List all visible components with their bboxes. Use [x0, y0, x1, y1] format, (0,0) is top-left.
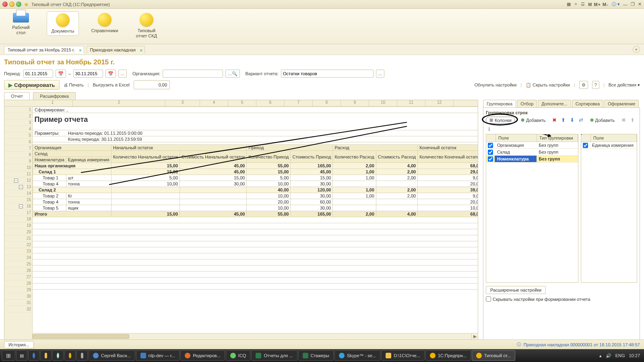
taskbar-item[interactable]: ICQ [226, 350, 251, 361]
variant-input[interactable] [281, 70, 374, 78]
calendar-icon[interactable]: 📅 [105, 70, 116, 78]
chrome-icon[interactable] [52, 350, 64, 361]
system-tray[interactable]: ▴ 🔊 ENG 10:27 [599, 353, 642, 358]
export-link[interactable]: Выгрузить в Excel [93, 82, 130, 87]
columns-button[interactable]: ⊞ Колонки [486, 117, 515, 123]
window-maximize-icon[interactable] [16, 2, 21, 7]
help-icon[interactable]: ? [592, 81, 599, 89]
period-from-input[interactable] [23, 70, 53, 78]
group-cols-table[interactable]: Поле Единица измерения [581, 134, 637, 283]
close-icon[interactable]: × [79, 48, 81, 53]
ribbon-desktop[interactable]: Рабочий стол [5, 11, 37, 37]
hide-settings-link[interactable]: 📋 Скрыть настройки [526, 82, 570, 88]
taskbar-item[interactable]: Сергей Васи... [89, 350, 135, 361]
tray-expand-icon[interactable]: ▴ [599, 353, 602, 358]
favorite-icon[interactable]: ★ [24, 1, 29, 8]
taskbar-item[interactable]: Типовый от... [472, 350, 515, 361]
minimize-icon[interactable]: — [623, 2, 627, 7]
clock[interactable]: 10:27 [629, 353, 640, 358]
language-indicator[interactable]: ENG [615, 353, 625, 358]
explorer-icon[interactable] [40, 350, 52, 361]
run-button[interactable]: ▶Сформировать [4, 80, 60, 90]
onec-icon[interactable] [64, 350, 76, 361]
period-picker-button[interactable]: ... [118, 70, 127, 78]
sheet-tab-detail[interactable]: Расшифровка [33, 92, 76, 100]
all-actions-link[interactable]: Все действия ▾ [609, 82, 640, 88]
app-icon[interactable] [76, 350, 88, 361]
row-checkbox[interactable] [488, 143, 493, 148]
volume-icon[interactable]: 🔊 [606, 353, 611, 358]
taskbar-item[interactable]: Стажеры [298, 350, 334, 361]
print-link[interactable]: 🖨 Печать [64, 82, 84, 87]
add-row-button[interactable]: ⊕ Добавить [518, 117, 549, 123]
settings-icon[interactable]: ⚙ [579, 81, 588, 89]
org-picker-button[interactable]: ...🔍 [225, 70, 239, 78]
period-to-input[interactable] [73, 70, 103, 78]
delete-icon[interactable]: ✖ [620, 117, 627, 123]
start-button[interactable]: ⊞ [2, 350, 15, 361]
settings-tab-group[interactable]: Группировка [483, 100, 516, 107]
settings-tab-filter[interactable]: Отбор [517, 100, 537, 107]
settings-tab-sort[interactable]: Сортировка [572, 100, 603, 107]
col-header: Количество Начальный остаток [111, 151, 180, 163]
grid-viewport[interactable]: Сформирован: , Пример отчета Параметры:Н… [33, 107, 478, 339]
tabs-expand-icon[interactable]: ▾ [633, 46, 640, 53]
toolbar-icon[interactable]: ☰ [581, 2, 585, 7]
toolbar-icon[interactable]: ▦ [567, 2, 571, 7]
row-checkbox[interactable] [583, 143, 588, 148]
calendar-icon[interactable]: 📅 [56, 70, 66, 78]
transfer-icon[interactable]: ⇄ [578, 117, 584, 123]
ribbon-documents[interactable]: Документы [47, 11, 79, 36]
horizontal-scrollbar[interactable]: ▶ [33, 333, 478, 339]
ribbon-refs[interactable]: Справочники [89, 11, 121, 35]
ie-icon[interactable] [28, 350, 39, 361]
org-input[interactable] [163, 70, 223, 78]
spreadsheet[interactable]: 123456789101112 123456789101112–13–14151… [4, 100, 478, 340]
move-down-icon[interactable]: ⬇ [486, 126, 492, 132]
task-view-icon[interactable]: ▤ [16, 350, 27, 361]
scroll-right-icon[interactable]: ▶ [471, 333, 478, 339]
table-row: Товар 2Кг10,0030,001,002,009,0028,00 [33, 193, 478, 199]
table-row[interactable]: ОрганизацияБез групп [486, 142, 578, 149]
add-col-button[interactable]: ⊕ Добавить [587, 117, 618, 123]
delete-icon[interactable]: ✖ [551, 117, 558, 123]
hide-on-run-checkbox[interactable]: Скрывать настройки при формировании отче… [486, 296, 637, 302]
table-row[interactable]: НоменклатураБез групп [486, 156, 578, 162]
row-checkbox[interactable] [488, 156, 493, 162]
status-bar: История... ⓘ Приходная накладная 0000000… [0, 339, 644, 349]
toolbar-icon[interactable]: ✧ [574, 2, 578, 7]
tab-invoice[interactable]: Приходная накладная × [87, 46, 145, 53]
memory-indicator[interactable]: M M+ M- [588, 2, 609, 7]
ribbon-report[interactable]: Типовый отчет СКД [130, 11, 163, 40]
tab-report[interactable]: Типовый отчет за Ноябрь 2015 г. × [4, 46, 84, 53]
close-icon[interactable]: ✕ [638, 2, 642, 7]
row-checkbox[interactable] [488, 150, 493, 155]
window-close-icon[interactable] [2, 2, 8, 7]
move-up-icon[interactable]: ⬆ [629, 117, 636, 123]
table-row[interactable]: Единица измерения [581, 142, 637, 149]
help-icon[interactable]: ⓘ ▾ [612, 1, 620, 7]
taskbar-item[interactable]: Отчеты для ... [251, 350, 297, 361]
advanced-settings-button[interactable]: Расширенные настройки [486, 286, 546, 294]
group-rows-table[interactable]: ПолеТип группировки ОрганизацияБез групп… [486, 134, 578, 283]
close-icon[interactable]: × [140, 48, 142, 53]
settings-tab-style[interactable]: Оформление [604, 100, 639, 107]
sheet-tab-report[interactable]: Отчет [4, 92, 30, 100]
restore-icon[interactable]: ❐ [631, 2, 635, 7]
taskbar-item[interactable]: D:\1C\Отче... [381, 350, 425, 361]
reset-settings-link[interactable]: Обнулить настройки [475, 82, 517, 87]
taskbar-item[interactable]: Редактиров... [180, 350, 225, 361]
variant-picker-button[interactable]: ... [376, 70, 384, 78]
history-button[interactable]: История... [4, 341, 34, 348]
status-hint[interactable]: ⓘ Приходная накладная 000000001 от 18.10… [517, 341, 640, 348]
move-down-icon[interactable]: ⬇ [569, 117, 576, 123]
table-row[interactable]: СкладБез групп [486, 149, 578, 156]
settings-tab-extra[interactable]: Дополните... [538, 100, 571, 107]
scroll-thumb[interactable] [33, 334, 129, 339]
col-header: Количество Расход [333, 151, 376, 163]
window-minimize-icon[interactable] [9, 2, 14, 7]
taskbar-item[interactable]: 1С:Предпри... [425, 350, 471, 361]
taskbar-item[interactable]: Skype™ - se... [334, 350, 380, 361]
move-up-icon[interactable]: ⬆ [560, 117, 567, 123]
taskbar-item[interactable]: rdp-dev — r... [136, 350, 180, 361]
